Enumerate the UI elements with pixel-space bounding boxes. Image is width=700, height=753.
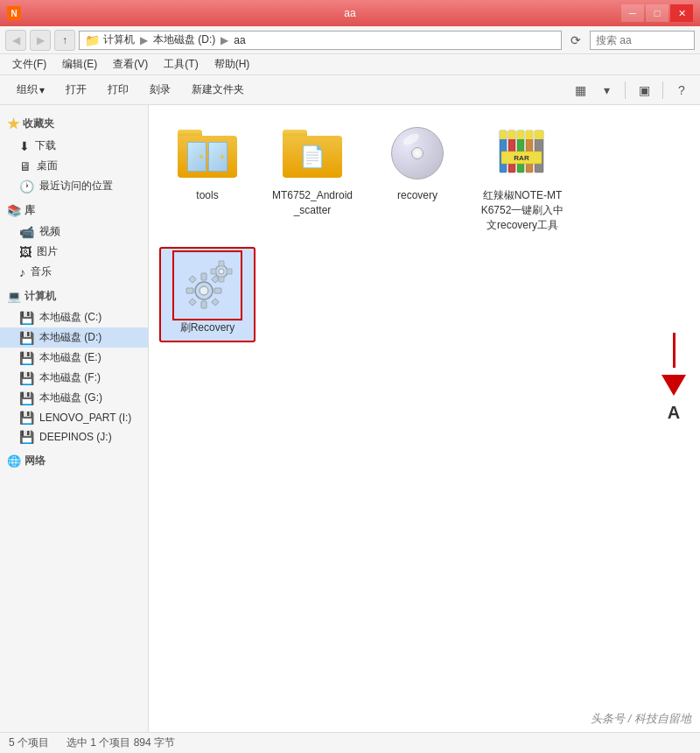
organize-label: 组织 [17, 82, 38, 97]
disk-d-icon: 💾 [19, 331, 34, 345]
file-item-winrar[interactable]: RAR 红辣椒NOTE-MTK6752一键刷入中文recovery工具 [474, 116, 570, 238]
address-path[interactable]: 📁 计算机 ▶ 本地磁盘 (D:) ▶ aa [79, 31, 562, 50]
svg-rect-25 [219, 277, 224, 282]
winrar-svg-icon: RAR [498, 127, 547, 179]
path-sep-2: ▶ [220, 34, 228, 46]
sidebar-item-disk-f[interactable]: 💾 本地磁盘 (F:) [0, 368, 148, 388]
lenovo-icon: 💾 [19, 411, 34, 425]
recovery-icon-container [386, 122, 449, 185]
path-disk-d[interactable]: 本地磁盘 (D:) [153, 32, 215, 47]
forward-button[interactable]: ▶ [30, 30, 51, 51]
downloads-icon: ⬇ [19, 139, 30, 153]
print-button[interactable]: 打印 [98, 79, 138, 102]
path-folder-aa[interactable]: aa [234, 34, 245, 46]
view-mode-button[interactable]: ▦ [569, 81, 592, 100]
menu-tools[interactable]: 工具(T) [157, 56, 205, 74]
pane-button[interactable]: ▣ [633, 81, 655, 100]
watermark: 头条号 / 科技自留地 [591, 711, 691, 727]
svg-point-23 [219, 269, 224, 274]
computer-header[interactable]: 💻 计算机 [0, 285, 148, 307]
sidebar-item-lenovo[interactable]: 💾 LENOVO_PART (I:) [0, 408, 148, 427]
annotation-area: A [648, 105, 700, 732]
network-icon: 🌐 [7, 454, 21, 468]
sidebar-item-disk-g[interactable]: 💾 本地磁盘 (G:) [0, 388, 148, 408]
sidebar-item-music[interactable]: ♪ 音乐 [0, 262, 148, 282]
sidebar-item-downloads[interactable]: ⬇ 下载 [0, 136, 148, 156]
svg-rect-27 [227, 269, 232, 274]
svg-rect-16 [186, 288, 193, 293]
minimize-button[interactable]: ─ [621, 4, 644, 22]
back-button[interactable]: ◀ [5, 30, 26, 51]
menu-view[interactable]: 查看(V) [106, 56, 155, 74]
mt6752-icon-container: 📄 [281, 122, 344, 185]
menu-edit[interactable]: 编辑(E) [55, 56, 104, 74]
file-grid: tools 📄 MT6752_Android_scatter [159, 116, 637, 342]
title-bar-left: N [7, 6, 21, 20]
network-header[interactable]: 🌐 网络 [0, 450, 148, 472]
menu-help[interactable]: 帮助(H) [207, 56, 257, 74]
sidebar-item-recent[interactable]: 🕐 最近访问的位置 [0, 176, 148, 196]
deepinos-icon: 💾 [19, 430, 34, 444]
view-dropdown-button[interactable]: ▾ [595, 81, 618, 100]
burn-button[interactable]: 刻录 [140, 79, 180, 102]
up-button[interactable]: ↑ [54, 30, 75, 51]
disk-g-icon: 💾 [19, 391, 34, 405]
svg-rect-20 [189, 299, 196, 306]
help-button[interactable]: ? [670, 81, 693, 100]
view-controls: ▦ ▾ ▣ ? [569, 81, 693, 100]
network-label: 网络 [24, 454, 46, 468]
file-item-flash-recovery[interactable]: 刷Recovery [159, 247, 256, 342]
burn-label: 刻录 [150, 82, 171, 97]
svg-rect-15 [201, 301, 206, 308]
pictures-label: 图片 [37, 244, 58, 259]
disk-e-icon: 💾 [19, 351, 34, 365]
library-header[interactable]: 📚 库 [0, 200, 148, 222]
favorites-header[interactable]: ★ 收藏夹 [0, 112, 148, 136]
folder-icon-tools [178, 130, 237, 178]
music-label: 音乐 [31, 264, 52, 279]
path-sep-1: ▶ [140, 34, 148, 46]
library-label: 库 [24, 203, 35, 218]
menu-file[interactable]: 文件(F) [5, 56, 53, 74]
item-count: 5 个项目 [9, 735, 49, 750]
recent-label: 最近访问的位置 [39, 179, 113, 194]
winrar-label: 红辣椒NOTE-MTK6752一键刷入中文recovery工具 [480, 188, 564, 232]
sidebar-item-pictures[interactable]: 🖼 图片 [0, 242, 148, 262]
file-item-tools[interactable]: tools [159, 116, 256, 238]
menu-bar: 文件(F) 编辑(E) 查看(V) 工具(T) 帮助(H) [0, 54, 700, 75]
favorites-label: 收藏夹 [23, 116, 54, 131]
open-label: 打开 [66, 82, 87, 97]
sidebar-item-desktop[interactable]: 🖥 桌面 [0, 156, 148, 176]
disk-f-icon: 💾 [19, 371, 34, 385]
sidebar-item-deepinos[interactable]: 💾 DEEPINOS (J:) [0, 427, 148, 447]
gear-svg-icon [178, 256, 237, 315]
search-box[interactable]: 🔍 [590, 31, 695, 50]
desktop-icon: 🖥 [19, 159, 32, 173]
sidebar-section-favorites: ★ 收藏夹 ⬇ 下载 🖥 桌面 🕐 最近访问的位置 [0, 112, 148, 196]
svg-text:RAR: RAR [514, 154, 529, 162]
new-folder-button[interactable]: 新建文件夹 [182, 79, 254, 102]
file-item-recovery[interactable]: recovery [369, 116, 466, 238]
flash-recovery-icon-container [176, 254, 239, 317]
file-item-mt6752[interactable]: 📄 MT6752_Android_scatter [264, 116, 360, 238]
main-container: ★ 收藏夹 ⬇ 下载 🖥 桌面 🕐 最近访问的位置 📚 库 � [0, 105, 700, 732]
sidebar-item-disk-c[interactable]: 💾 本地磁盘 (C:) [0, 307, 148, 327]
svg-rect-17 [214, 288, 221, 293]
sidebar-item-video[interactable]: 📹 视频 [0, 222, 148, 242]
open-button[interactable]: 打开 [56, 79, 96, 102]
disc-icon [391, 127, 444, 179]
refresh-button[interactable]: ⟳ [565, 30, 586, 51]
sidebar-item-disk-e[interactable]: 💾 本地磁盘 (E:) [0, 348, 148, 368]
mt6752-label: MT6752_Android_scatter [270, 188, 354, 218]
search-input[interactable] [596, 34, 700, 46]
pictures-icon: 🖼 [19, 245, 32, 259]
status-bar: 5 个项目 选中 1 个项目 894 字节 [0, 732, 700, 753]
organize-button[interactable]: 组织 ▾ [7, 79, 54, 102]
path-computer[interactable]: 计算机 [103, 32, 135, 47]
svg-rect-5 [517, 130, 524, 139]
music-icon: ♪ [19, 265, 25, 279]
maximize-button[interactable]: □ [646, 4, 668, 22]
close-button[interactable]: ✕ [670, 4, 693, 22]
sidebar-item-disk-d[interactable]: 💾 本地磁盘 (D:) [0, 327, 148, 348]
address-bar: ◀ ▶ ↑ 📁 计算机 ▶ 本地磁盘 (D:) ▶ aa ⟳ 🔍 [0, 26, 700, 54]
